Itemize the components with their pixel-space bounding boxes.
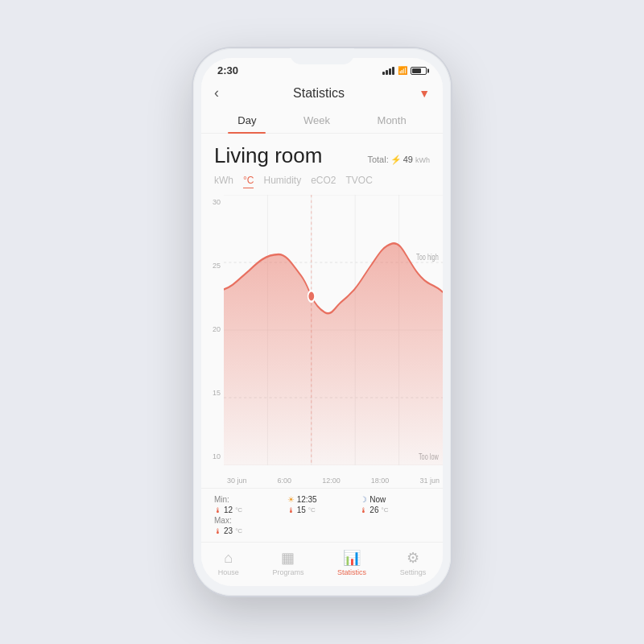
y-label-10: 10 (201, 452, 224, 460)
app-header: ‹ Statistics ▼ (201, 80, 443, 108)
x-label-1800: 18:00 (371, 477, 390, 485)
time-temp-icon: 🌡 (287, 506, 295, 514)
x-label-31jun: 31 jun (419, 477, 440, 485)
total-value: 49 kWh (403, 155, 430, 164)
time-stat: ☀ 12:35 🌡 15 °C (287, 495, 357, 535)
max-value: 23 (224, 526, 233, 535)
tab-kwh[interactable]: kWh (214, 175, 233, 188)
period-tabs: Day Week Month (201, 108, 443, 134)
filter-icon[interactable]: ▼ (419, 87, 430, 100)
max-label: Max: (214, 516, 232, 525)
nav-house-label: House (218, 568, 239, 576)
y-label-25: 25 (201, 262, 224, 270)
min-value: 12 (224, 506, 233, 514)
nav-settings[interactable]: ⚙ Settings (400, 549, 427, 576)
min-label: Min: (214, 495, 229, 504)
min-stat: Min: 🌡 12 °C Max: 🌡 23 °C (214, 495, 284, 535)
bolt-icon: ⚡ (390, 155, 402, 165)
now-unit: °C (381, 506, 388, 514)
wifi-icon: 📶 (398, 66, 407, 75)
page-title: Statistics (293, 86, 345, 101)
tab-tvoc[interactable]: TVOC (346, 175, 373, 188)
phone-frame: 2:30 📶 ‹ Statistics ▼ (193, 48, 451, 596)
tab-celsius[interactable]: °C (243, 175, 254, 188)
main-content: Living room Total: ⚡ 49 kWh kWh °C Humid… (201, 134, 443, 586)
nav-house[interactable]: ⌂ House (218, 550, 239, 576)
nav-statistics[interactable]: 📊 Statistics (337, 549, 366, 576)
metric-tabs: kWh °C Humidity eCO2 TVOC (201, 171, 443, 195)
min-temp-icon: 🌡 (214, 506, 221, 514)
time-temp-value: 15 (297, 506, 306, 514)
statistics-icon: 📊 (343, 549, 361, 567)
house-icon: ⌂ (224, 550, 233, 567)
total-label: Total: (367, 155, 388, 164)
x-label-600: 6:00 (278, 477, 292, 485)
tab-day[interactable]: Day (228, 108, 266, 133)
room-total: Total: ⚡ 49 kWh (367, 155, 430, 165)
battery-icon (411, 67, 427, 75)
y-label-30: 30 (201, 198, 224, 206)
bottom-nav: ⌂ House ▦ Programs 📊 Statistics ⚙ Settin… (201, 542, 443, 586)
status-time: 2:30 (217, 64, 238, 76)
tab-eco2[interactable]: eCO2 (311, 175, 336, 188)
now-stat: ☽ Now 🌡 26 °C (360, 495, 430, 535)
chart-container: 30 25 20 15 10 (201, 195, 443, 488)
y-label-20: 20 (201, 325, 224, 333)
max-unit: °C (235, 527, 242, 535)
notch (290, 48, 354, 64)
signal-icon (382, 67, 394, 75)
nav-statistics-label: Statistics (337, 568, 366, 576)
programs-icon: ▦ (281, 549, 295, 567)
time-value: 12:35 (297, 495, 317, 504)
moon-icon: ☽ (360, 495, 367, 504)
tab-month[interactable]: Month (368, 108, 416, 133)
min-unit: °C (235, 506, 242, 514)
nav-programs-label: Programs (272, 568, 303, 576)
sun-icon: ☀ (287, 495, 295, 504)
x-axis: 30 jun 6:00 12:00 18:00 31 jun (224, 477, 443, 485)
y-axis: 30 25 20 15 10 (201, 195, 224, 464)
y-label-15: 15 (201, 389, 224, 397)
now-temp-icon: 🌡 (360, 506, 367, 514)
tab-week[interactable]: Week (294, 108, 340, 133)
back-button[interactable]: ‹ (214, 85, 219, 101)
now-label: Now (369, 495, 386, 504)
stats-footer: Min: 🌡 12 °C Max: 🌡 23 °C (201, 488, 443, 542)
x-label-1200: 12:00 (322, 477, 341, 485)
phone-screen: 2:30 📶 ‹ Statistics ▼ (201, 58, 443, 586)
x-label-30jun: 30 jun (227, 477, 247, 485)
nav-programs[interactable]: ▦ Programs (272, 549, 303, 576)
svg-text:Too high: Too high (416, 251, 439, 262)
now-value: 26 (369, 506, 378, 514)
room-title: Living room (214, 143, 322, 168)
time-temp-unit: °C (308, 506, 316, 514)
status-icons: 📶 (382, 66, 427, 75)
chart-svg: Too high Too low (224, 195, 443, 465)
settings-icon: ⚙ (407, 549, 419, 567)
max-temp-icon: 🌡 (214, 527, 221, 535)
tab-humidity[interactable]: Humidity (263, 175, 301, 188)
room-header: Living room Total: ⚡ 49 kWh (201, 134, 443, 171)
nav-settings-label: Settings (400, 568, 427, 576)
